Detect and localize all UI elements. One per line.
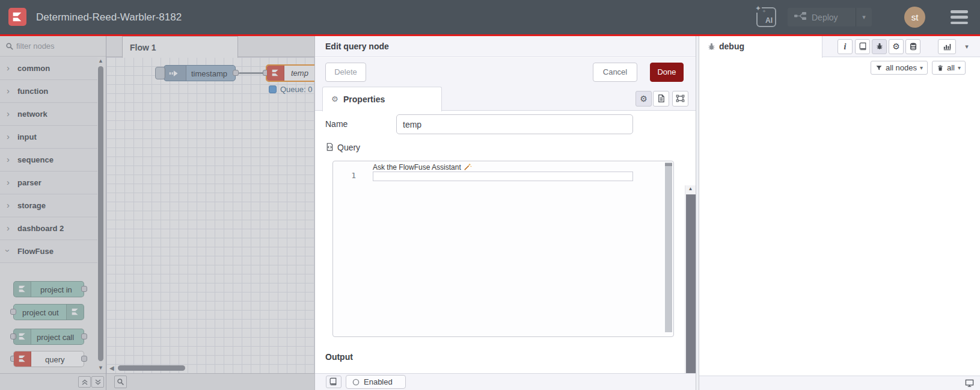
tab-properties[interactable]: ⚙ Properties [322, 87, 442, 111]
debug-sidebar-button[interactable] [872, 39, 887, 54]
sidebar-options-caret[interactable]: ▾ [962, 39, 972, 54]
palette-category-input[interactable]: ›input [0, 126, 97, 149]
monitor-icon [965, 379, 974, 388]
flowfuse-query-icon [267, 66, 284, 81]
funnel-icon [875, 64, 883, 72]
done-button[interactable]: Done [650, 63, 684, 82]
deploy-button[interactable]: Deploy ▾ [788, 8, 872, 26]
palette-node-project-out[interactable]: project out [13, 304, 84, 320]
inject-arrow-icon [164, 66, 186, 81]
query-code-editor[interactable]: 1 Ask the FlowFuse Assistant [332, 161, 674, 337]
editor-scrollbar-thumb[interactable] [665, 162, 672, 332]
scrollbar-thumb[interactable] [98, 66, 103, 361]
sparkle-icon: ✦ [755, 4, 762, 13]
output-port [81, 286, 87, 292]
query-node-temp-selected[interactable]: temp [266, 64, 314, 82]
palette-category-network[interactable]: ›network [0, 103, 97, 126]
database-icon [909, 42, 917, 51]
node-help-button[interactable] [326, 376, 341, 388]
gear-icon: ⚙ [892, 40, 900, 54]
bug-icon [707, 42, 716, 51]
scroll-up-icon[interactable]: ▲ [685, 186, 696, 191]
canvas-search-button[interactable] [114, 376, 127, 388]
cancel-button[interactable]: Cancel [593, 63, 637, 82]
inject-node-timestamp[interactable]: timestamp [164, 65, 236, 81]
collapse-all-button[interactable] [78, 376, 91, 388]
flowfuse-node-icon [14, 329, 31, 344]
chevron-right-icon: › [7, 223, 10, 233]
dashboard-sidebar-button[interactable] [938, 39, 956, 54]
properties-view-button[interactable]: ⚙ [635, 91, 652, 107]
user-avatar[interactable]: st [904, 7, 925, 28]
palette-category-parser[interactable]: ›parser [0, 172, 97, 194]
chevron-down-icon: › [3, 249, 13, 252]
open-debug-window-button[interactable] [965, 379, 974, 390]
main-menu-button[interactable] [951, 10, 968, 24]
book-icon [329, 377, 337, 386]
deploy-dropdown-caret[interactable]: ▾ [856, 13, 872, 21]
expand-all-button[interactable] [91, 376, 104, 388]
context-data-button[interactable] [905, 39, 920, 54]
editor-current-line[interactable] [373, 172, 633, 181]
palette-category-dashboard-2[interactable]: ›dashboard 2 [0, 217, 97, 240]
dialog-title: Edit query node [325, 36, 389, 57]
palette-category-function[interactable]: ›function [0, 80, 97, 103]
canvas-horizontal-scrollbar[interactable]: ◀ [106, 365, 314, 372]
filter-all-nodes-button[interactable]: all nodes ▾ [871, 61, 928, 75]
info-icon: i [844, 42, 847, 51]
sparkle-small-icon: ✧ [762, 9, 766, 14]
search-icon [117, 378, 124, 386]
tab-flow-1[interactable]: Flow 1 [122, 36, 238, 58]
filter-nodes-input[interactable] [16, 36, 100, 56]
palette-node-project-call[interactable]: project call [13, 329, 84, 345]
delete-button[interactable]: Delete [325, 63, 366, 82]
description-view-button[interactable] [653, 91, 669, 107]
palette-footer [0, 373, 106, 390]
sidebar-tab-bar: debug i ⚙ ▾ [699, 36, 980, 57]
scroll-left-icon[interactable]: ◀ [109, 365, 114, 371]
node-enabled-toggle[interactable]: Enabled [346, 375, 406, 389]
palette-search[interactable] [0, 36, 106, 57]
output-port[interactable] [233, 70, 239, 76]
code-file-icon [325, 142, 334, 152]
config-nodes-button[interactable]: ⚙ [889, 39, 904, 54]
scroll-down-icon[interactable]: ▼ [97, 365, 105, 371]
palette-category-common[interactable]: ›common [0, 57, 97, 80]
canvas-footer [106, 373, 314, 390]
chevron-right-icon: › [7, 63, 10, 73]
name-field[interactable] [396, 114, 633, 134]
input-port [10, 309, 16, 315]
ai-assistant-button[interactable]: ✦ ✧ AI [756, 7, 776, 27]
canvas-grid[interactable] [106, 57, 314, 373]
palette-category-flowfuse[interactable]: ›FlowFuse [0, 240, 97, 263]
dialog-header: Edit query node [315, 36, 696, 57]
instance-title: Determined-Reed-Warbler-8182 [36, 0, 182, 34]
trash-icon [937, 64, 944, 72]
deploy-nodes-icon [794, 11, 807, 23]
scrollbar-thumb[interactable] [118, 365, 185, 371]
document-icon [657, 94, 666, 103]
form-scrollbar[interactable]: ▲ ▼ [685, 185, 696, 390]
dialog-footer: Enabled [315, 373, 696, 390]
search-icon [5, 42, 14, 51]
appearance-icon [676, 94, 685, 103]
info-sidebar-button[interactable]: i [838, 39, 853, 54]
query-field-label-row: Query [325, 142, 334, 153]
palette-category-sequence[interactable]: ›sequence [0, 149, 97, 172]
help-sidebar-button[interactable] [855, 39, 870, 54]
tab-debug[interactable]: debug [699, 36, 822, 58]
caret-down-icon: ▾ [958, 64, 961, 71]
assistant-hint[interactable]: Ask the FlowFuse Assistant [373, 162, 472, 172]
palette-scrollbar[interactable]: ▲ ▼ [97, 58, 105, 371]
node-status-dot [269, 85, 277, 93]
flow-workspace[interactable]: Flow 1 timestamp temp Queue: 0 ◀ [106, 36, 314, 390]
palette-node-project-in[interactable]: project in [13, 281, 84, 297]
clear-all-button[interactable]: all ▾ [932, 61, 966, 75]
book-icon [859, 42, 867, 51]
scrollbar-thumb[interactable] [686, 194, 696, 390]
palette-node-query[interactable]: query [13, 351, 84, 367]
appearance-view-button[interactable] [672, 91, 688, 107]
dialog-button-row: Delete Cancel Done [315, 58, 696, 87]
palette-category-storage[interactable]: ›storage [0, 194, 97, 217]
scroll-up-icon[interactable]: ▲ [97, 58, 105, 64]
